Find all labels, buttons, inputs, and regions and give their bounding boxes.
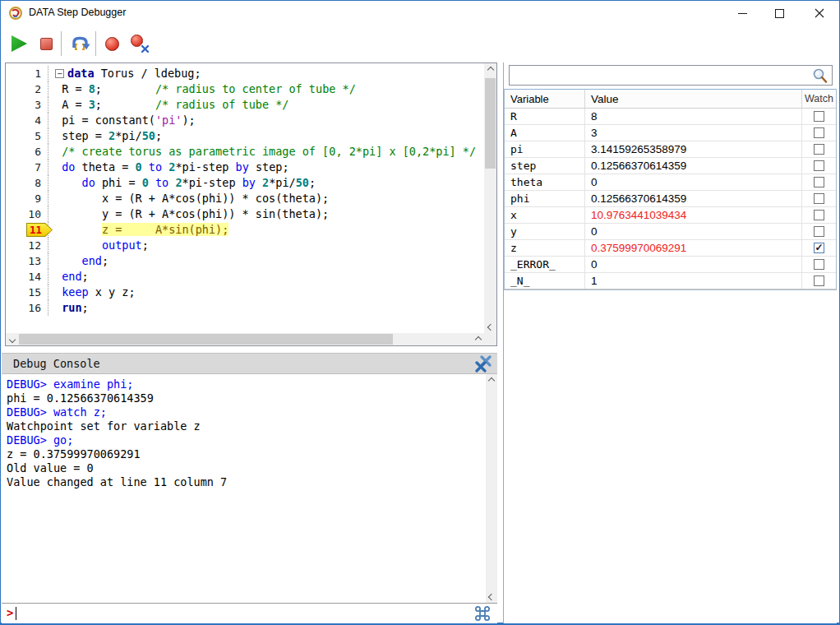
variable-name-cell[interactable]: pi — [505, 141, 585, 157]
line-number[interactable]: 9 — [6, 191, 48, 206]
variable-search-box[interactable] — [509, 65, 833, 86]
variable-value-cell[interactable]: 0.12566370614359 — [585, 158, 802, 174]
variable-value-cell[interactable]: 1 — [585, 273, 802, 289]
scrollbar-thumb[interactable] — [19, 334, 393, 345]
line-number[interactable]: 7 — [6, 160, 48, 175]
scrollbar-thumb[interactable] — [485, 78, 496, 169]
debug-command-input[interactable]: > — [2, 603, 497, 623]
scroll-up-icon[interactable] — [486, 374, 497, 387]
scroll-down-icon[interactable] — [484, 321, 496, 333]
watch-checkbox[interactable] — [814, 111, 824, 122]
watch-checkbox[interactable]: ✓ — [814, 243, 824, 253]
line-number[interactable]: 13 — [6, 253, 48, 269]
code-line[interactable]: 12 output; — [6, 238, 484, 253]
command-icon[interactable] — [474, 605, 491, 622]
code-line[interactable]: 5 step = 2*pi/50; — [6, 128, 484, 144]
code-line[interactable]: 1−data Torus / ldebug; — [6, 66, 484, 81]
search-input[interactable] — [511, 67, 809, 83]
code-line[interactable]: 2 R = 8; /* radius to center of tube */ — [6, 81, 484, 97]
variable-value-cell[interactable]: 0 — [585, 224, 802, 239]
line-number[interactable]: 12 — [6, 238, 48, 253]
console-vertical-scrollbar[interactable] — [486, 374, 497, 603]
variable-name-cell[interactable]: A — [505, 125, 585, 141]
code-editor[interactable]: 1−data Torus / ldebug;2 R = 8; /* radius… — [5, 62, 497, 346]
code-line[interactable]: 16 run; — [6, 300, 484, 316]
scroll-left-icon[interactable] — [6, 333, 18, 345]
line-number[interactable]: 3 — [6, 97, 48, 113]
variable-value-cell[interactable]: 0 — [585, 257, 802, 272]
watch-checkbox[interactable] — [814, 259, 824, 270]
table-row[interactable]: _ERROR_0 — [505, 257, 836, 273]
clear-breakpoints-button[interactable] — [131, 25, 149, 62]
code-line[interactable]: 6 /* create torus as parametric image of… — [6, 144, 484, 160]
variable-value-cell[interactable]: 3.14159265358979 — [585, 141, 802, 157]
variable-value-cell[interactable]: 10.9763441039434 — [585, 207, 802, 223]
watch-checkbox[interactable] — [814, 210, 824, 220]
line-number[interactable]: 5 — [6, 128, 48, 144]
column-header-watch[interactable]: Watch — [802, 90, 836, 108]
editor-vertical-scrollbar[interactable] — [484, 63, 496, 333]
scroll-right-icon[interactable] — [472, 333, 484, 345]
variable-name-cell[interactable]: _ERROR_ — [505, 257, 585, 272]
table-row[interactable]: phi0.12566370614359 — [505, 191, 836, 207]
watch-checkbox[interactable] — [814, 177, 824, 188]
stop-button[interactable] — [40, 25, 53, 62]
go-button[interactable] — [12, 25, 27, 62]
code-line[interactable]: 13 end; — [6, 253, 484, 269]
variable-value-cell[interactable]: 3 — [585, 125, 802, 141]
code-line[interactable]: 10 y = (R + A*cos(phi)) * sin(theta); — [6, 206, 484, 222]
variable-name-cell[interactable]: z — [505, 240, 585, 256]
table-row[interactable]: y0 — [505, 224, 836, 240]
minimize-icon[interactable] — [724, 1, 761, 25]
code-line[interactable]: 9 x = (R + A*cos(phi)) * cos(theta); — [6, 191, 484, 206]
code-line[interactable]: 3 A = 3; /* radius of tube */ — [6, 97, 484, 113]
watch-checkbox[interactable] — [814, 275, 824, 286]
table-row[interactable]: _N_1 — [505, 273, 836, 289]
editor-horizontal-scrollbar[interactable] — [6, 333, 484, 345]
clear-console-icon[interactable] — [474, 355, 492, 373]
variable-name-cell[interactable]: y — [505, 224, 585, 239]
table-row[interactable]: theta0 — [505, 174, 836, 191]
line-number[interactable]: 11 — [6, 222, 48, 238]
variable-name-cell[interactable]: x — [505, 207, 585, 223]
variable-name-cell[interactable]: _N_ — [505, 273, 585, 289]
line-number[interactable]: 14 — [6, 269, 48, 285]
code-line[interactable]: 15 keep x y z; — [6, 285, 484, 300]
watch-checkbox[interactable] — [814, 160, 824, 171]
code-line[interactable]: 4 pi = constant('pi'); — [6, 113, 484, 128]
variable-name-cell[interactable]: step — [505, 158, 585, 174]
table-row[interactable]: A3 — [505, 125, 836, 141]
table-row[interactable]: pi3.14159265358979 — [505, 141, 836, 158]
scroll-down-icon[interactable] — [486, 590, 497, 603]
table-row[interactable]: R8 — [505, 109, 836, 125]
line-number[interactable]: 16 — [6, 300, 48, 316]
table-row[interactable]: z0.37599970069291✓ — [505, 240, 836, 257]
close-icon[interactable] — [801, 1, 838, 25]
code-line[interactable]: 14 end; — [6, 269, 484, 285]
maximize-icon[interactable] — [761, 1, 798, 25]
variable-name-cell[interactable]: R — [505, 109, 585, 124]
variable-name-cell[interactable]: theta — [505, 174, 585, 190]
line-number[interactable]: 10 — [6, 206, 48, 222]
table-row[interactable]: step0.12566370614359 — [505, 158, 836, 174]
search-icon[interactable] — [811, 67, 828, 84]
collapse-icon[interactable]: − — [55, 69, 64, 78]
line-number[interactable]: 8 — [6, 175, 48, 191]
watch-checkbox[interactable] — [814, 226, 824, 237]
code-line[interactable]: 8 do phi = 0 to 2*pi-step by 2*pi/50; — [6, 175, 484, 191]
line-number[interactable]: 1 — [6, 66, 48, 81]
scroll-up-icon[interactable] — [484, 63, 496, 76]
line-number[interactable]: 2 — [6, 81, 48, 97]
watch-table-header[interactable]: Variable Value Watch — [505, 90, 836, 109]
watch-checkbox[interactable] — [814, 144, 824, 155]
titlebar[interactable]: DATA Step Debugger — [1, 1, 839, 25]
watch-checkbox[interactable] — [814, 127, 824, 138]
variable-value-cell[interactable]: 8 — [585, 109, 802, 124]
table-row[interactable]: x10.9763441039434 — [505, 207, 836, 224]
line-number[interactable]: 4 — [6, 113, 48, 128]
line-number[interactable]: 15 — [6, 285, 48, 300]
variable-value-cell[interactable]: 0 — [585, 174, 802, 190]
column-header-value[interactable]: Value — [585, 90, 802, 108]
variable-name-cell[interactable]: phi — [505, 191, 585, 206]
variable-value-cell[interactable]: 0.12566370614359 — [585, 191, 802, 206]
